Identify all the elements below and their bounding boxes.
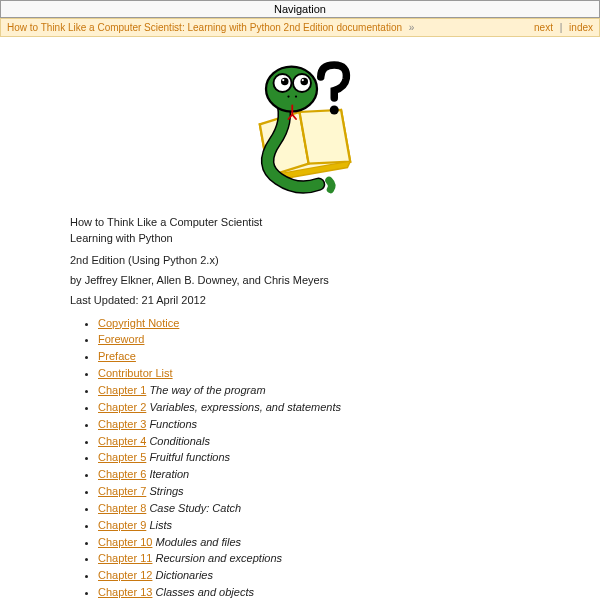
main-content: How to Think Like a Computer Scientist L… — [0, 37, 600, 600]
svg-point-6 — [282, 79, 284, 81]
toc-link[interactable]: Chapter 10 — [98, 536, 152, 548]
breadcrumb-separator: | — [560, 22, 563, 33]
svg-point-10 — [330, 106, 339, 115]
next-link[interactable]: next — [534, 22, 553, 33]
doc-home-link[interactable]: How to Think Like a Computer Scientist: … — [7, 22, 402, 33]
toc-description: Strings — [149, 485, 183, 497]
toc-description: Fruitful functions — [149, 451, 230, 463]
index-link[interactable]: index — [569, 22, 593, 33]
authors-line: by Jeffrey Elkner, Allen B. Downey, and … — [70, 274, 540, 286]
toc-item: Foreword — [98, 332, 540, 347]
toc-item: Copyright Notice — [98, 316, 540, 331]
toc-item: Chapter 11 Recursion and exceptions — [98, 551, 540, 566]
toc-item: Chapter 9 Lists — [98, 518, 540, 533]
toc-item: Chapter 10 Modules and files — [98, 535, 540, 550]
toc-description: Iteration — [149, 468, 189, 480]
toc-description: Case Study: Catch — [149, 502, 241, 514]
toc-description: Conditionals — [149, 435, 210, 447]
edition-line: 2nd Edition (Using Python 2.x) — [70, 254, 540, 266]
toc-item: Chapter 5 Fruitful functions — [98, 450, 540, 465]
last-updated: Last Updated: 21 April 2012 — [70, 294, 540, 306]
toc-link[interactable]: Chapter 5 — [98, 451, 146, 463]
svg-point-8 — [287, 95, 289, 97]
title-block: How to Think Like a Computer Scientist L… — [70, 215, 540, 246]
toc-item: Chapter 7 Strings — [98, 484, 540, 499]
book-title: How to Think Like a Computer Scientist — [70, 215, 540, 229]
toc-description: Recursion and exceptions — [156, 552, 283, 564]
svg-point-9 — [295, 95, 297, 97]
toc-link[interactable]: Chapter 7 — [98, 485, 146, 497]
toc-link[interactable]: Chapter 3 — [98, 418, 146, 430]
toc-description: Functions — [149, 418, 197, 430]
navigation-bar[interactable]: Navigation — [0, 0, 600, 18]
toc-description: Modules and files — [156, 536, 242, 548]
toc-link[interactable]: Preface — [98, 350, 136, 362]
toc-item: Chapter 4 Conditionals — [98, 434, 540, 449]
navigation-label: Navigation — [274, 3, 326, 15]
toc-link[interactable]: Chapter 9 — [98, 519, 146, 531]
toc-item: Chapter 3 Functions — [98, 417, 540, 432]
toc-description: Lists — [149, 519, 172, 531]
svg-point-7 — [302, 79, 304, 81]
toc-link[interactable]: Foreword — [98, 333, 144, 345]
toc-item: Chapter 1 The way of the program — [98, 383, 540, 398]
toc-description: Variables, expressions, and statements — [149, 401, 341, 413]
toc-description: Dictionaries — [156, 569, 213, 581]
book-subtitle: Learning with Python — [70, 231, 540, 245]
toc-item: Chapter 13 Classes and objects — [98, 585, 540, 600]
toc-item: Preface — [98, 349, 540, 364]
toc-link[interactable]: Chapter 12 — [98, 569, 152, 581]
toc-item: Chapter 12 Dictionaries — [98, 568, 540, 583]
toc-description: Classes and objects — [156, 586, 254, 598]
toc-item: Chapter 2 Variables, expressions, and st… — [98, 400, 540, 415]
toc-item: Contributor List — [98, 366, 540, 381]
toc-item: Chapter 6 Iteration — [98, 467, 540, 482]
svg-point-5 — [301, 78, 309, 86]
toc-link[interactable]: Chapter 6 — [98, 468, 146, 480]
svg-point-4 — [281, 78, 289, 86]
toc-item: Chapter 8 Case Study: Catch — [98, 501, 540, 516]
breadcrumb: How to Think Like a Computer Scientist: … — [0, 18, 600, 37]
toc-link[interactable]: Contributor List — [98, 367, 173, 379]
toc-link[interactable]: Chapter 2 — [98, 401, 146, 413]
toc-link[interactable]: Copyright Notice — [98, 317, 179, 329]
toc-link[interactable]: Chapter 4 — [98, 435, 146, 447]
toc-description: The way of the program — [149, 384, 265, 396]
logo-image — [70, 53, 540, 205]
toc-link[interactable]: Chapter 8 — [98, 502, 146, 514]
table-of-contents: Copyright NoticeForewordPrefaceContribut… — [98, 316, 540, 600]
breadcrumb-arrow: » — [409, 22, 415, 33]
toc-link[interactable]: Chapter 11 — [98, 552, 152, 564]
toc-link[interactable]: Chapter 1 — [98, 384, 146, 396]
toc-link[interactable]: Chapter 13 — [98, 586, 152, 598]
